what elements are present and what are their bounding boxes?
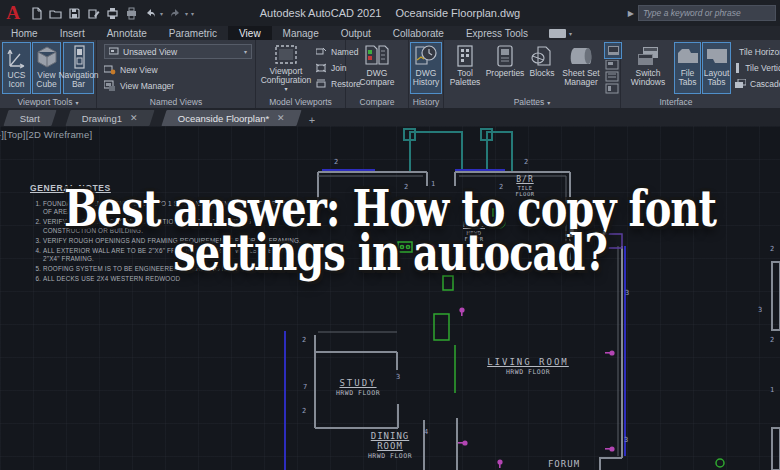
command-line-palette-button[interactable] (604, 42, 622, 59)
room-name: LIVING ROOM (478, 357, 578, 367)
ribbon-tab-parametric[interactable]: Parametric (158, 26, 228, 40)
layout-tabs-label: Layout Tabs (702, 69, 732, 88)
panel-label-viewport-tools[interactable]: Viewport Tools ▾ (0, 97, 96, 107)
ribbon-tab-view[interactable]: View (228, 26, 272, 40)
close-icon[interactable]: ✕ (130, 113, 138, 123)
tool-palettes-icon (454, 43, 476, 69)
new-view-button[interactable]: New View (104, 62, 158, 77)
dwg-history-button[interactable]: DWG History (410, 42, 442, 94)
note-item: FOUNDATION VENTILATION EQUAL TO 1 SF OF … (43, 200, 304, 216)
history-label: History (413, 97, 439, 107)
view-manager-button[interactable]: View Manager (104, 78, 174, 93)
sheet-set-manager-label: Sheet Set Manager (557, 69, 605, 88)
viewport-join-button[interactable]: Join (316, 60, 347, 75)
panel-label-palettes[interactable]: Palettes ▾ (444, 97, 620, 107)
panel-palettes: Tool Palettes Properties Blocks Sheet Se… (444, 40, 621, 108)
close-icon[interactable]: ✕ (277, 113, 285, 123)
file-tab-start[interactable]: Start (3, 110, 56, 126)
redo-caret-icon[interactable]: ▾ (185, 10, 188, 17)
cascade-icon (735, 79, 746, 89)
panel-label-model-viewports[interactable]: Model Viewports (256, 97, 345, 107)
viewport-configuration-button[interactable]: Viewport Configuration ▾ (258, 42, 314, 94)
plot-icon[interactable] (106, 7, 119, 20)
room-label-living-room: LIVING ROOM HRWD FLOOR (478, 357, 578, 376)
file-tab-bar: Start Drawing1 ✕ Oceanside Floorplan* ✕ … (0, 108, 780, 126)
drawing-canvas[interactable]: [-][Top][2D Wireframe] (0, 126, 780, 470)
panel-label-named-views[interactable]: Named Views (97, 97, 255, 107)
file-tab-drawing1[interactable]: Drawing1 ✕ (65, 110, 154, 126)
undo-caret-icon[interactable]: ▾ (160, 10, 163, 17)
quick-access-toolbar: ▾ ▾ ▾ (30, 7, 194, 20)
file-tab-oceanside-label: Oceanside Floorplan* (178, 113, 269, 124)
panel-compare: DWG Compare Compare (346, 40, 409, 108)
tile-vertically-button[interactable]: Tile Vertically (735, 60, 780, 75)
open-folder-icon[interactable] (49, 7, 62, 20)
qat-customize-caret-icon[interactable]: ▾ (191, 10, 194, 17)
save-as-icon[interactable] (87, 7, 100, 20)
ribbon-tab-manage[interactable]: Manage (272, 26, 330, 40)
ribbon-tab-express-tools[interactable]: Express Tools (455, 26, 539, 40)
keynote-tag: 3 (624, 436, 628, 444)
panel-viewport-tools: UCS Icon View Cube Navigation Bar Viewpo… (0, 40, 97, 108)
ribbon-tab-output[interactable]: Output (330, 26, 382, 40)
document-title: Oceanside Floorplan.dwg (395, 7, 520, 19)
ribbon-display-button[interactable] (549, 29, 566, 38)
panel-interface: Switch Windows File Tabs Layout Tabs Til… (621, 40, 780, 108)
room-label-br: B/R TILE FLOOR (505, 175, 545, 197)
undo-icon[interactable] (144, 7, 157, 20)
room-label-dining-room: DINING ROOM HRWD FLOOR (362, 431, 418, 460)
autocad-logo-icon[interactable]: A (0, 0, 26, 26)
note-item: ROOFING SYSTEM IS TO BE ENGINEERED. OVER… (43, 265, 304, 273)
search-arrow-icon[interactable]: ▶ (628, 9, 634, 18)
navigation-bar-button[interactable]: Navigation Bar (63, 42, 94, 94)
viewport-tools-label: Viewport Tools (18, 97, 73, 107)
properties-button[interactable]: Properties (485, 42, 525, 94)
tool-palettes-button[interactable]: Tool Palettes (446, 42, 484, 94)
dwg-compare-button[interactable]: DWG Compare (353, 42, 401, 94)
viewport-join-icon (316, 63, 327, 73)
view-manager-label: View Manager (120, 81, 174, 91)
panel-label-history[interactable]: History (409, 97, 443, 107)
search-input[interactable] (638, 5, 776, 21)
view-cube-button[interactable]: View Cube (32, 42, 61, 94)
note-item: ALL EXTERIOR WALL ARE TO BE 2"X6" FRAMIN… (43, 247, 304, 263)
dwg-history-icon (413, 43, 439, 69)
new-file-icon[interactable] (30, 7, 43, 20)
ribbon-tab-home[interactable]: Home (0, 26, 49, 40)
ribbon-tab-insert[interactable]: Insert (49, 26, 96, 40)
ucs-icon-button[interactable]: UCS Icon (2, 42, 31, 94)
room-label-study: STUDY HRWD FLOOR (328, 378, 388, 397)
keynote-tag: 1 (770, 386, 774, 394)
print-icon[interactable] (125, 7, 138, 20)
panel-label-interface[interactable]: Interface (621, 97, 731, 107)
room-floor: HRWD FLOOR (460, 230, 488, 242)
panel-label-compare[interactable]: Compare (346, 97, 408, 107)
file-tabs-button[interactable]: File Tabs (674, 42, 701, 94)
save-icon[interactable] (68, 7, 81, 20)
panel-caret-icon: ▾ (547, 99, 550, 106)
viewport-join-label: Join (331, 63, 347, 73)
view-dropdown[interactable]: Unsaved View ▾ (104, 44, 252, 59)
keynote-tag: 2 (302, 407, 306, 415)
blocks-button[interactable]: Blocks (526, 42, 558, 94)
ribbon-tab-annotate[interactable]: Annotate (96, 26, 158, 40)
electrical-symbols (398, 209, 724, 467)
new-drawing-tab-button[interactable]: + (309, 114, 315, 126)
layout-tabs-button[interactable]: Layout Tabs (702, 42, 731, 94)
app-title: Autodesk AutoCAD 2021 (260, 7, 382, 19)
new-view-icon (104, 64, 116, 75)
sheet-set-manager-button[interactable]: Sheet Set Manager (559, 42, 603, 94)
redo-icon[interactable] (169, 7, 182, 20)
switch-windows-button[interactable]: Switch Windows (625, 42, 671, 94)
ribbon-tab-collaborate[interactable]: Collaborate (382, 26, 455, 40)
file-tab-oceanside[interactable]: Oceanside Floorplan* ✕ (161, 110, 301, 126)
note-item: VERIFY ROUGH OPENINGS AND FRAMING REQUIR… (43, 237, 304, 245)
keynote-tag: 2 (770, 245, 774, 253)
keynote-tag: 2 (770, 336, 774, 344)
ribbon-display-caret-icon[interactable]: ▾ (569, 30, 572, 37)
ribbon: UCS Icon View Cube Navigation Bar Viewpo… (0, 40, 780, 108)
ucs-axes-icon (5, 43, 29, 71)
cascade-button[interactable]: Cascade (735, 76, 780, 91)
title-bar: A ▾ ▾ ▾ Autodesk AutoCAD 2021 (0, 0, 780, 26)
tile-horizontally-button[interactable]: Tile Horizontally (735, 44, 780, 59)
